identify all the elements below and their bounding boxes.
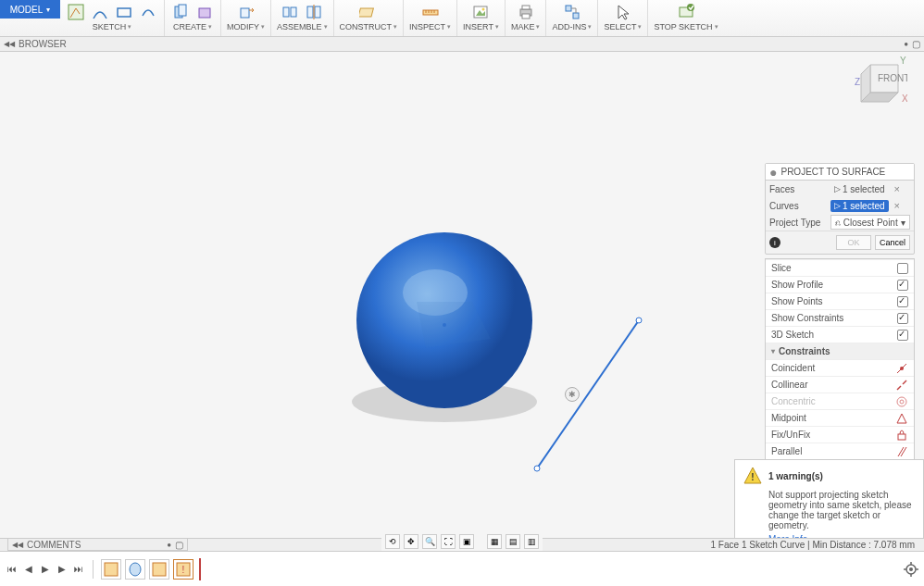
viewport-icon[interactable]: ▥	[524, 534, 539, 549]
presspull-icon[interactable]	[236, 2, 256, 22]
curves-row[interactable]: Curves ▷ 1 selected ×	[766, 197, 914, 214]
browser-header[interactable]: ◀◀ BROWSER ● ▢	[0, 37, 924, 52]
stop-sketch-label[interactable]: STOP SKETCH	[654, 22, 718, 31]
constraints-header[interactable]: Constraints	[766, 343, 914, 359]
print-icon[interactable]	[516, 2, 536, 22]
tl-feature-sketch1[interactable]	[101, 559, 121, 580]
constraint-coincident[interactable]: Coincident	[766, 359, 914, 376]
chevron-left-icon[interactable]: ◀◀	[4, 40, 15, 48]
curves-selection[interactable]: ▷ 1 selected	[830, 200, 889, 212]
checkbox[interactable]	[897, 280, 908, 291]
constraint-parallel[interactable]: Parallel	[766, 443, 914, 459]
zoom-icon[interactable]: 🔍	[422, 534, 437, 549]
project-type-dropdown[interactable]: ⎌ Closest Point▾	[830, 215, 910, 230]
insert-image-icon[interactable]	[470, 2, 491, 22]
model-mode-button[interactable]: MODEL	[0, 0, 60, 19]
orbit-icon[interactable]: ⟲	[385, 534, 400, 549]
construct-plane-icon[interactable]	[358, 2, 379, 22]
make-menu[interactable]: MAKE	[511, 22, 541, 31]
toolbar-group-assemble: ASSEMBLE	[271, 0, 334, 36]
inspect-menu[interactable]: INSPECT	[409, 22, 451, 31]
select-menu[interactable]: SELECT	[604, 22, 642, 31]
checkbox[interactable]	[897, 263, 908, 274]
info-icon[interactable]: i	[769, 237, 780, 248]
toolbar-group-insert: INSERT	[457, 0, 506, 36]
checkbox[interactable]	[897, 313, 908, 324]
svg-point-46	[897, 397, 906, 406]
box-icon[interactable]	[194, 2, 215, 22]
settings-gear-icon[interactable]	[904, 562, 918, 577]
tl-next-icon[interactable]: ▶	[56, 563, 69, 576]
constraint-concentric[interactable]: Concentric	[766, 393, 914, 409]
line-icon[interactable]	[90, 2, 110, 22]
checkbox[interactable]	[897, 330, 908, 341]
addins-icon[interactable]	[562, 2, 582, 22]
stop-sketch-icon[interactable]	[676, 2, 696, 22]
construct-menu[interactable]: CONSTRUCT	[340, 22, 398, 31]
opt-slice[interactable]: Slice	[766, 259, 914, 276]
sketch-create-icon[interactable]	[66, 2, 86, 22]
cancel-button[interactable]: Cancel	[875, 235, 910, 250]
sketch-menu[interactable]: SKETCH	[93, 22, 132, 31]
dot-icon[interactable]: ●	[904, 40, 908, 48]
tl-feature-sketch2[interactable]	[149, 559, 169, 580]
orbit-glyph-icon: ✱	[565, 387, 580, 402]
modify-menu[interactable]: MODIFY	[227, 22, 265, 31]
tl-prev-icon[interactable]: ◀	[22, 563, 35, 576]
assemble-joint-icon[interactable]	[280, 2, 300, 22]
opt-show-constraints[interactable]: Show Constraints	[766, 309, 914, 326]
close-browser-icon[interactable]: ▢	[912, 39, 920, 49]
view-cube[interactable]: FRONT Y Z X	[852, 56, 907, 111]
tl-end-icon[interactable]: ⏭	[72, 563, 85, 576]
chevron-left-icon[interactable]: ◀◀	[12, 541, 23, 549]
faces-row[interactable]: Faces ▷ 1 selected ×	[766, 181, 914, 197]
tl-start-icon[interactable]: ⏮	[6, 563, 19, 576]
grid-icon[interactable]: ▤	[506, 534, 520, 549]
create-menu[interactable]: CREATE	[173, 22, 212, 31]
assemble-align-icon[interactable]	[304, 2, 324, 22]
faces-selection[interactable]: ▷ 1 selected	[830, 183, 889, 195]
extrude-icon[interactable]	[170, 2, 191, 22]
panel-pin-icon[interactable]: ●	[769, 168, 777, 177]
svg-rect-23	[566, 6, 571, 11]
main-toolbar: MODEL SKETCH CREATE MODIFY ASSEMBLE	[0, 0, 924, 37]
dot-icon[interactable]: ●	[167, 541, 171, 549]
ruler-icon[interactable]	[420, 2, 441, 22]
sketch-line[interactable]	[518, 311, 657, 478]
addins-menu[interactable]: ADD-INS	[552, 22, 592, 31]
view-controls: ⟲ ✥ 🔍 ⛶ ▣ ▦ ▤ ▥	[381, 532, 543, 551]
arc-icon[interactable]	[138, 2, 158, 22]
assemble-menu[interactable]: ASSEMBLE	[277, 22, 328, 31]
svg-rect-3	[179, 5, 186, 16]
rect-icon[interactable]	[114, 2, 134, 22]
checkbox[interactable]	[897, 296, 908, 307]
lookat-icon[interactable]: ▣	[459, 534, 474, 549]
toolbar-group-stopsketch: STOP SKETCH	[648, 0, 723, 36]
viewport[interactable]: FRONT Y Z X ✱ ● PROJECT TO SURFACE	[0, 52, 924, 551]
cursor-icon[interactable]	[613, 2, 633, 22]
fit-icon[interactable]: ⛶	[441, 534, 456, 549]
insert-menu[interactable]: INSERT	[463, 22, 499, 31]
tl-play-icon[interactable]: ▶	[39, 563, 52, 576]
tl-feature-warn[interactable]: !	[173, 559, 194, 580]
faces-clear-icon[interactable]: ×	[894, 183, 900, 194]
tl-feature-revolve[interactable]	[125, 559, 145, 580]
pan-icon[interactable]: ✥	[404, 534, 418, 549]
panel-title: PROJECT TO SURFACE	[780, 167, 885, 177]
svg-rect-12	[423, 10, 438, 15]
constraint-fix[interactable]: Fix/UnFix	[766, 426, 914, 443]
opt-show-points[interactable]: Show Points	[766, 293, 914, 309]
display-style-icon[interactable]: ▦	[487, 534, 502, 549]
curves-clear-icon[interactable]: ×	[894, 200, 900, 211]
opt-show-profile[interactable]: Show Profile	[766, 276, 914, 293]
ok-button[interactable]: OK	[836, 235, 871, 250]
opt-3d-sketch[interactable]: 3D Sketch	[766, 326, 914, 343]
tl-playhead[interactable]	[199, 558, 201, 580]
comments-label: COMMENTS	[27, 540, 81, 550]
project-to-surface-panel: ● PROJECT TO SURFACE Faces ▷ 1 selected …	[765, 163, 915, 255]
warning-body: Not support projecting sketch geometry i…	[768, 490, 916, 530]
comments-bar[interactable]: ◀◀ COMMENTS ● ▢	[7, 538, 188, 551]
expand-icon[interactable]: ▢	[175, 540, 183, 550]
constraint-midpoint[interactable]: Midpoint	[766, 409, 914, 426]
constraint-collinear[interactable]: Collinear	[766, 376, 914, 393]
